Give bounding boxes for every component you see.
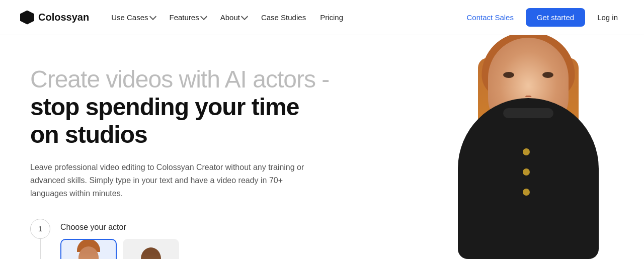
hero-headline-bold: stop spending your time on studios: [30, 93, 332, 148]
nav-item-about[interactable]: About: [214, 9, 253, 26]
actor-card-1[interactable]: [60, 239, 117, 259]
actors-row: [60, 239, 179, 259]
ai-actor-figure: [428, 35, 629, 259]
step-content: Choose your actor: [60, 219, 179, 259]
brand-name: Colossyan: [38, 12, 89, 23]
figure-eyes: [503, 72, 553, 78]
hero-section: Create videos with AI actors - stop spen…: [0, 35, 644, 259]
jacket-button-2: [523, 168, 530, 176]
step-number: 1: [30, 219, 50, 239]
actor-face-2: [141, 247, 161, 259]
nav-item-features[interactable]: Features: [164, 9, 212, 26]
nav-right: Contact Sales Get started Log in: [461, 8, 624, 27]
chevron-down-icon: [241, 13, 248, 20]
chevron-down-icon: [149, 13, 156, 20]
step-label: Choose your actor: [60, 223, 179, 232]
hero-description: Leave professional video editing to Colo…: [30, 161, 312, 201]
nav-item-case-studies[interactable]: Case Studies: [255, 9, 312, 26]
step-line-wrap: 1: [30, 219, 50, 259]
nav-item-use-cases[interactable]: Use Cases: [105, 9, 161, 26]
jacket-button-1: [523, 148, 530, 155]
actor-card-2[interactable]: [123, 239, 179, 259]
chevron-down-icon: [200, 13, 207, 20]
login-link[interactable]: Log in: [591, 9, 624, 26]
hero-image: [382, 35, 644, 259]
figure-eye-left: [503, 72, 514, 78]
nav-links: Use Cases Features About Case Studies Pr…: [105, 9, 349, 26]
contact-sales-link[interactable]: Contact Sales: [461, 9, 520, 26]
hero-headline-light: Create videos with AI actors -: [30, 65, 332, 93]
logo[interactable]: Colossyan: [20, 11, 89, 25]
jacket-button-3: [523, 189, 530, 196]
step-section: 1 Choose your actor: [30, 219, 332, 259]
figure-nose: [525, 88, 532, 97]
navbar: Colossyan Use Cases Features About Case …: [0, 0, 644, 35]
figure-eye-right: [542, 72, 553, 78]
hero-content: Create videos with AI actors - stop spen…: [0, 35, 332, 259]
logo-icon: [20, 11, 34, 25]
get-started-button[interactable]: Get started: [526, 8, 585, 27]
step-connector-line: [40, 239, 41, 259]
figure-body: [458, 98, 599, 259]
nav-item-pricing[interactable]: Pricing: [314, 9, 349, 26]
